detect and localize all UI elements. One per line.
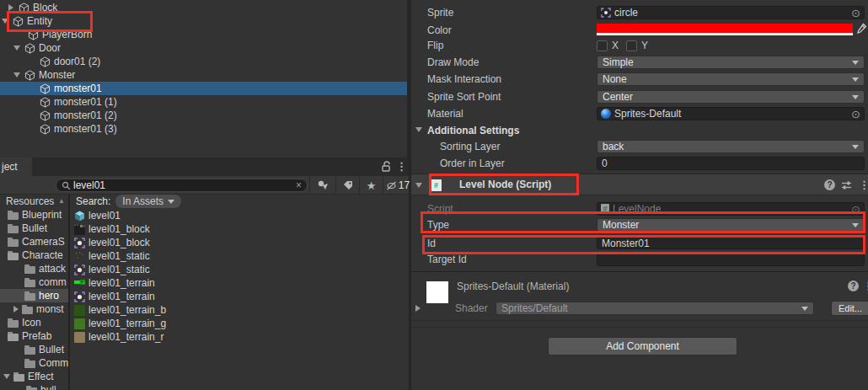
hierarchy-item-entity[interactable]: Entity [0,14,409,28]
asset-row-level01[interactable]: level01 [70,209,409,222]
favorites-button[interactable]: ★ [359,176,383,195]
order-in-layer-field[interactable] [597,157,865,170]
folder-item-bull[interactable]: bull [0,383,68,390]
foldout-expanded-icon[interactable] [3,374,10,379]
search-scope-dropdown[interactable]: In Assets [115,195,181,208]
object-picker-icon[interactable]: ⊙ [851,109,860,120]
asset-row-level01-terrain-r[interactable]: level01_terrain_r [70,330,409,344]
folder-item-cameras[interactable]: CameraS [0,235,68,248]
hierarchy-item-monster01-2[interactable]: monster01 (2) [0,109,409,122]
help-icon[interactable]: ? [848,280,859,291]
hierarchy-item-monster01-1[interactable]: monster01 (1) [0,95,409,109]
folder-item-comm[interactable]: comm [0,275,68,289]
hidden-count-icon [386,181,397,190]
level-node-component-header[interactable]: # Level Node (Script) ? ⋮ [411,174,868,195]
hierarchy-item-label: Block [33,2,57,13]
hierarchy-item-door01[interactable]: door01 (2) [0,55,409,68]
sort-point-dropdown[interactable]: Center [597,90,865,104]
kebab-menu-icon[interactable]: ⋮ [859,179,868,191]
folder-item-bullet2[interactable]: Bullet [0,343,68,356]
search-input[interactable] [73,179,293,191]
order-in-layer-input[interactable] [602,158,860,169]
flip-x-checkbox[interactable] [597,40,608,51]
foldout-expanded-icon[interactable] [415,127,422,132]
mask-interaction-dropdown[interactable]: None [597,72,865,86]
sorting-layer-dropdown[interactable]: back [597,140,865,153]
project-panel: ject ⋮ × [0,158,409,390]
foldout-collapsed-icon[interactable] [8,4,13,11]
lock-icon[interactable] [381,161,392,173]
id-field[interactable] [597,237,865,249]
clear-search-icon[interactable]: × [296,179,302,191]
folder-item-bullet[interactable]: Bullet [0,222,68,235]
asset-row-level01-terrain-tilemap[interactable]: level01_terrain [70,276,409,290]
asset-row-level01-block-sprite[interactable]: level01_block [70,236,409,249]
folder-item-hero-selected[interactable]: hero [0,289,68,302]
object-picker-icon[interactable]: ⊙ [851,8,860,19]
script-icon: # [431,179,442,191]
target-id-field[interactable] [597,253,865,266]
material-value: Sprites-Default [614,108,681,120]
hierarchy-item-monster[interactable]: Monster [0,68,409,82]
mask-interaction-label: Mask Interaction [427,72,501,86]
tilemap-green-icon [74,278,85,289]
material-object-field[interactable]: Sprites-Default ⊙ [597,107,865,120]
folder-item-effect[interactable]: Effect [0,370,68,383]
shader-dropdown[interactable]: Sprites/Default [496,302,814,315]
chevron-down-icon [852,223,859,227]
color-swatch[interactable] [597,24,853,35]
asset-row-level01-block-tilemap[interactable]: level01_block [70,222,409,236]
kebab-menu-icon[interactable]: ⋮ [396,160,407,173]
type-dropdown[interactable]: Monster [597,218,865,232]
asset-row-level01-static-sprite[interactable]: level01_static [70,263,409,276]
asset-row-level01-static-tilemap[interactable]: level01_static [70,249,409,263]
search-field[interactable]: × [56,179,308,192]
folder-item-comm2[interactable]: Comm [0,356,68,370]
asset-row-level01-terrain-sprite[interactable]: level01_terrain [70,290,409,303]
foldout-expanded-icon[interactable] [415,183,422,188]
kebab-menu-icon[interactable]: ⋮ [863,280,868,292]
object-picker-icon: ⊙ [851,204,860,215]
flip-controls: X Y [597,39,865,52]
edit-material-button[interactable]: Edit... [831,301,868,316]
hidden-count-button[interactable]: 17 [383,176,412,195]
additional-settings-header[interactable]: Additional Settings [427,124,519,137]
asset-label: level01_terrain_r [88,331,163,343]
folder-item-resources[interactable]: Resources [0,195,68,208]
flip-y-checkbox[interactable] [626,40,637,51]
asset-label: level01 [88,210,121,222]
hierarchy-item-monster01-selected[interactable]: monster01 [0,82,409,95]
chevron-down-icon [168,200,174,204]
folder-item-blueprint[interactable]: Blueprint [0,208,68,222]
project-tab[interactable]: ject [0,158,32,176]
foldout-expanded-icon[interactable] [13,72,20,77]
sorting-layer-label: Sorting Layer [440,140,500,153]
foldout-collapsed-icon[interactable] [13,306,19,313]
folder-item-character[interactable]: Characte [0,248,68,262]
draw-mode-dropdown[interactable]: Simple [597,56,865,69]
asset-row-level01-terrain-b[interactable]: level01_terrain_b [70,303,409,317]
foldout-expanded-icon[interactable] [2,19,8,24]
hierarchy-item-playerborn[interactable]: PlayerBorn [0,28,409,41]
target-id-input[interactable] [602,254,860,265]
presets-icon[interactable] [841,180,852,190]
sprite-object-field[interactable]: circle ⊙ [597,6,865,19]
material-preview-thumbnail[interactable] [426,281,448,303]
asset-row-level01-terrain-g[interactable]: level01_terrain_g [70,317,409,330]
help-icon[interactable]: ? [824,179,835,190]
folder-item-attack[interactable]: attack [0,262,68,275]
search-by-type-button[interactable] [309,176,335,195]
eyedropper-icon[interactable] [856,23,867,35]
search-by-label-button[interactable] [335,176,359,195]
hierarchy-item-monster01-3[interactable]: monster01 (3) [0,122,409,136]
foldout-collapsed-icon[interactable] [415,305,421,312]
folder-item-icon[interactable]: Icon [0,316,68,329]
foldout-expanded-icon[interactable] [13,45,20,51]
id-input[interactable] [602,238,860,249]
add-component-button[interactable]: Add Component [548,337,737,355]
hierarchy-item-block[interactable]: Block [0,1,409,14]
inspector-panel: Sprite circle ⊙ Color Flip X Y Draw Mode [411,0,868,390]
folder-item-prefab[interactable]: Prefab [0,329,68,343]
hierarchy-item-door[interactable]: Door [0,41,409,55]
folder-item-monster[interactable]: monst [0,302,68,316]
